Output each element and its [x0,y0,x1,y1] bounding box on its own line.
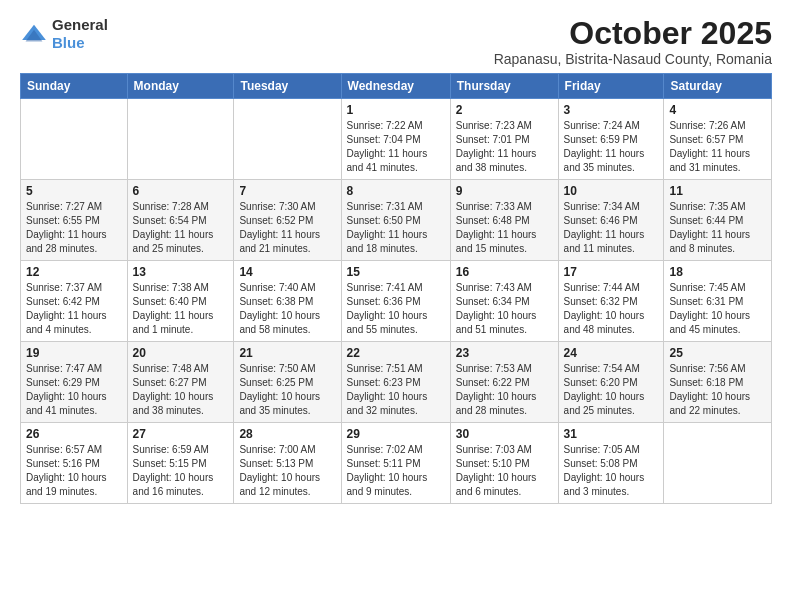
day-info: Sunrise: 7:24 AM Sunset: 6:59 PM Dayligh… [564,119,659,175]
calendar-cell: 13Sunrise: 7:38 AM Sunset: 6:40 PM Dayli… [127,261,234,342]
logo: General Blue [20,16,108,52]
day-number: 6 [133,184,229,198]
day-number: 20 [133,346,229,360]
calendar-week-5: 26Sunrise: 6:57 AM Sunset: 5:16 PM Dayli… [21,423,772,504]
day-info: Sunrise: 7:53 AM Sunset: 6:22 PM Dayligh… [456,362,553,418]
calendar-cell: 23Sunrise: 7:53 AM Sunset: 6:22 PM Dayli… [450,342,558,423]
day-number: 31 [564,427,659,441]
calendar-cell: 25Sunrise: 7:56 AM Sunset: 6:18 PM Dayli… [664,342,772,423]
day-number: 11 [669,184,766,198]
calendar-cell: 17Sunrise: 7:44 AM Sunset: 6:32 PM Dayli… [558,261,664,342]
calendar-cell: 27Sunrise: 6:59 AM Sunset: 5:15 PM Dayli… [127,423,234,504]
page-container: General Blue October 2025 Rapanasu, Bist… [0,0,792,514]
day-number: 21 [239,346,335,360]
day-number: 8 [347,184,445,198]
day-info: Sunrise: 7:37 AM Sunset: 6:42 PM Dayligh… [26,281,122,337]
day-info: Sunrise: 6:59 AM Sunset: 5:15 PM Dayligh… [133,443,229,499]
day-number: 2 [456,103,553,117]
day-number: 29 [347,427,445,441]
day-number: 5 [26,184,122,198]
day-number: 28 [239,427,335,441]
calendar-cell: 7Sunrise: 7:30 AM Sunset: 6:52 PM Daylig… [234,180,341,261]
day-info: Sunrise: 7:00 AM Sunset: 5:13 PM Dayligh… [239,443,335,499]
day-info: Sunrise: 7:31 AM Sunset: 6:50 PM Dayligh… [347,200,445,256]
day-number: 25 [669,346,766,360]
calendar-cell: 9Sunrise: 7:33 AM Sunset: 6:48 PM Daylig… [450,180,558,261]
day-info: Sunrise: 7:22 AM Sunset: 7:04 PM Dayligh… [347,119,445,175]
calendar-cell: 31Sunrise: 7:05 AM Sunset: 5:08 PM Dayli… [558,423,664,504]
logo-blue: Blue [52,34,85,51]
day-number: 22 [347,346,445,360]
day-info: Sunrise: 7:05 AM Sunset: 5:08 PM Dayligh… [564,443,659,499]
day-info: Sunrise: 7:45 AM Sunset: 6:31 PM Dayligh… [669,281,766,337]
calendar-body: 1Sunrise: 7:22 AM Sunset: 7:04 PM Daylig… [21,99,772,504]
day-info: Sunrise: 6:57 AM Sunset: 5:16 PM Dayligh… [26,443,122,499]
day-number: 7 [239,184,335,198]
day-info: Sunrise: 7:51 AM Sunset: 6:23 PM Dayligh… [347,362,445,418]
calendar-cell: 16Sunrise: 7:43 AM Sunset: 6:34 PM Dayli… [450,261,558,342]
calendar-cell: 8Sunrise: 7:31 AM Sunset: 6:50 PM Daylig… [341,180,450,261]
day-number: 14 [239,265,335,279]
calendar-cell: 30Sunrise: 7:03 AM Sunset: 5:10 PM Dayli… [450,423,558,504]
day-info: Sunrise: 7:03 AM Sunset: 5:10 PM Dayligh… [456,443,553,499]
day-info: Sunrise: 7:35 AM Sunset: 6:44 PM Dayligh… [669,200,766,256]
calendar-cell: 20Sunrise: 7:48 AM Sunset: 6:27 PM Dayli… [127,342,234,423]
day-number: 12 [26,265,122,279]
header-saturday: Saturday [664,74,772,99]
day-number: 18 [669,265,766,279]
calendar-cell: 14Sunrise: 7:40 AM Sunset: 6:38 PM Dayli… [234,261,341,342]
title-block: October 2025 Rapanasu, Bistrita-Nasaud C… [494,16,772,67]
calendar-cell: 1Sunrise: 7:22 AM Sunset: 7:04 PM Daylig… [341,99,450,180]
calendar-cell: 22Sunrise: 7:51 AM Sunset: 6:23 PM Dayli… [341,342,450,423]
day-info: Sunrise: 7:40 AM Sunset: 6:38 PM Dayligh… [239,281,335,337]
calendar-cell [234,99,341,180]
day-number: 23 [456,346,553,360]
day-number: 1 [347,103,445,117]
day-info: Sunrise: 7:54 AM Sunset: 6:20 PM Dayligh… [564,362,659,418]
day-info: Sunrise: 7:28 AM Sunset: 6:54 PM Dayligh… [133,200,229,256]
day-info: Sunrise: 7:34 AM Sunset: 6:46 PM Dayligh… [564,200,659,256]
day-number: 9 [456,184,553,198]
day-number: 19 [26,346,122,360]
day-info: Sunrise: 7:50 AM Sunset: 6:25 PM Dayligh… [239,362,335,418]
calendar-cell: 26Sunrise: 6:57 AM Sunset: 5:16 PM Dayli… [21,423,128,504]
calendar-cell: 24Sunrise: 7:54 AM Sunset: 6:20 PM Dayli… [558,342,664,423]
day-info: Sunrise: 7:56 AM Sunset: 6:18 PM Dayligh… [669,362,766,418]
calendar-cell: 2Sunrise: 7:23 AM Sunset: 7:01 PM Daylig… [450,99,558,180]
calendar-cell [127,99,234,180]
day-number: 4 [669,103,766,117]
calendar-week-1: 1Sunrise: 7:22 AM Sunset: 7:04 PM Daylig… [21,99,772,180]
day-info: Sunrise: 7:43 AM Sunset: 6:34 PM Dayligh… [456,281,553,337]
calendar-week-3: 12Sunrise: 7:37 AM Sunset: 6:42 PM Dayli… [21,261,772,342]
day-info: Sunrise: 7:30 AM Sunset: 6:52 PM Dayligh… [239,200,335,256]
header-wednesday: Wednesday [341,74,450,99]
calendar-week-4: 19Sunrise: 7:47 AM Sunset: 6:29 PM Dayli… [21,342,772,423]
calendar-cell: 12Sunrise: 7:37 AM Sunset: 6:42 PM Dayli… [21,261,128,342]
calendar-cell: 5Sunrise: 7:27 AM Sunset: 6:55 PM Daylig… [21,180,128,261]
logo-text: General Blue [52,16,108,52]
day-number: 10 [564,184,659,198]
calendar-week-2: 5Sunrise: 7:27 AM Sunset: 6:55 PM Daylig… [21,180,772,261]
day-number: 13 [133,265,229,279]
day-info: Sunrise: 7:02 AM Sunset: 5:11 PM Dayligh… [347,443,445,499]
day-info: Sunrise: 7:38 AM Sunset: 6:40 PM Dayligh… [133,281,229,337]
logo-general: General [52,16,108,33]
calendar-cell: 21Sunrise: 7:50 AM Sunset: 6:25 PM Dayli… [234,342,341,423]
header-friday: Friday [558,74,664,99]
day-number: 27 [133,427,229,441]
calendar-cell: 19Sunrise: 7:47 AM Sunset: 6:29 PM Dayli… [21,342,128,423]
calendar-cell: 29Sunrise: 7:02 AM Sunset: 5:11 PM Dayli… [341,423,450,504]
calendar-cell: 4Sunrise: 7:26 AM Sunset: 6:57 PM Daylig… [664,99,772,180]
day-info: Sunrise: 7:44 AM Sunset: 6:32 PM Dayligh… [564,281,659,337]
day-info: Sunrise: 7:47 AM Sunset: 6:29 PM Dayligh… [26,362,122,418]
logo-icon [20,23,48,45]
month-title: October 2025 [494,16,772,51]
day-info: Sunrise: 7:41 AM Sunset: 6:36 PM Dayligh… [347,281,445,337]
calendar-cell: 15Sunrise: 7:41 AM Sunset: 6:36 PM Dayli… [341,261,450,342]
day-info: Sunrise: 7:26 AM Sunset: 6:57 PM Dayligh… [669,119,766,175]
calendar-header: Sunday Monday Tuesday Wednesday Thursday… [21,74,772,99]
day-info: Sunrise: 7:48 AM Sunset: 6:27 PM Dayligh… [133,362,229,418]
header: General Blue October 2025 Rapanasu, Bist… [20,16,772,67]
day-info: Sunrise: 7:23 AM Sunset: 7:01 PM Dayligh… [456,119,553,175]
day-info: Sunrise: 7:27 AM Sunset: 6:55 PM Dayligh… [26,200,122,256]
